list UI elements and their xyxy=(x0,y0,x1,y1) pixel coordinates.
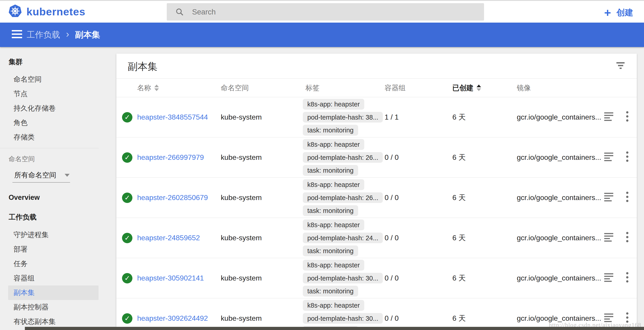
actions-cell xyxy=(618,152,637,164)
replica-set-link[interactable]: heapster-2602850679 xyxy=(137,194,208,202)
sort-icons xyxy=(154,84,159,91)
images-cell: gcr.io/google_containers... xyxy=(514,234,600,242)
name-cell: heapster-2602850679 xyxy=(134,194,218,202)
sidebar-item-jobs[interactable]: 任务 xyxy=(0,256,116,271)
name-cell: heapster-305902141 xyxy=(134,274,218,282)
check-circle-icon: ✓ xyxy=(122,112,132,122)
column-name[interactable]: 名称 xyxy=(134,83,218,93)
name-cell: heapster-24859652 xyxy=(134,234,218,242)
logs-icon[interactable] xyxy=(604,193,613,202)
sidebar-item-namespaces[interactable]: 命名空间 xyxy=(0,72,116,86)
images-cell: gcr.io/google_containers... xyxy=(514,194,600,202)
labels-cell: k8s-app: heapster pod-template-hash: 26.… xyxy=(303,178,382,218)
logs-cell xyxy=(600,152,618,162)
table-row: ✓ heapster-3848557544 kube-system k8s-ap… xyxy=(116,97,637,138)
images-cell: gcr.io/google_containers... xyxy=(514,314,600,322)
label-chip: k8s-app: heapster xyxy=(303,179,364,190)
kebab-menu-icon[interactable] xyxy=(626,111,628,122)
column-labels: 标签 xyxy=(303,83,382,93)
status-cell: ✓ xyxy=(116,233,134,243)
check-circle-icon: ✓ xyxy=(122,152,132,163)
sidebar-item-persistent-volumes[interactable]: 持久化存储卷 xyxy=(0,101,116,116)
created-cell: 6 天 xyxy=(450,112,514,122)
column-created[interactable]: 已创建 xyxy=(450,83,514,93)
logs-icon[interactable] xyxy=(604,273,613,282)
sidebar-item-overview[interactable]: Overview xyxy=(0,191,116,204)
sidebar-section-workloads[interactable]: 工作负载 xyxy=(0,211,116,224)
kubernetes-logo[interactable]: kubernetes xyxy=(8,4,86,19)
check-circle-icon: ✓ xyxy=(122,233,132,243)
sidebar-item-pods[interactable]: 容器组 xyxy=(0,271,116,286)
table-row: ✓ heapster-266997979 kube-system k8s-app… xyxy=(116,138,637,178)
search-input[interactable] xyxy=(192,8,484,16)
logs-icon[interactable] xyxy=(604,233,613,242)
sidebar-item-daemon-sets[interactable]: 守护进程集 xyxy=(0,228,116,242)
sidebar-item-roles[interactable]: 角色 xyxy=(0,116,116,130)
label-chip: pod-template-hash: 24... xyxy=(303,232,383,244)
status-cell: ✓ xyxy=(116,152,134,163)
table-row: ✓ heapster-2602850679 kube-system k8s-ap… xyxy=(116,178,637,218)
namespace-select[interactable]: 所有命名空间 xyxy=(12,168,70,183)
replica-set-link[interactable]: heapster-305902141 xyxy=(137,274,204,282)
name-cell: heapster-3092624492 xyxy=(134,314,218,322)
label-chip: k8s-app: heapster xyxy=(303,220,364,230)
status-cell: ✓ xyxy=(116,273,134,284)
filter-icon[interactable] xyxy=(616,62,625,70)
replica-set-link[interactable]: heapster-3092624492 xyxy=(137,314,208,322)
logs-cell xyxy=(600,193,618,203)
replica-set-link[interactable]: heapster-24859652 xyxy=(137,234,200,242)
actions-cell xyxy=(618,232,637,244)
table-body: ✓ heapster-3848557544 kube-system k8s-ap… xyxy=(116,97,637,330)
kebab-menu-icon[interactable] xyxy=(626,312,628,323)
namespace-cell: kube-system xyxy=(218,314,303,322)
check-circle-icon: ✓ xyxy=(122,273,132,284)
replica-set-link[interactable]: heapster-266997979 xyxy=(137,153,204,162)
pods-cell: 0 / 0 xyxy=(382,274,450,282)
logs-cell xyxy=(600,273,618,283)
logs-icon[interactable] xyxy=(604,112,613,121)
labels-cell: k8s-app: heapster pod-template-hash: 30.… xyxy=(303,258,382,298)
breadcrumb-parent[interactable]: 工作负载 xyxy=(27,29,60,40)
sort-icons-active xyxy=(476,84,481,91)
logo-wordmark: kubernetes xyxy=(26,6,86,18)
breadcrumb-current: 副本集 xyxy=(75,29,100,40)
label-chip: task: monitoring xyxy=(303,205,358,216)
logs-icon[interactable] xyxy=(604,314,613,322)
label-chip: pod-template-hash: 26... xyxy=(303,192,383,203)
label-chip: task: monitoring xyxy=(303,246,358,256)
images-cell: gcr.io/google_containers... xyxy=(514,274,600,282)
labels-cell: k8s-app: heapster pod-template-hash: 26.… xyxy=(303,138,382,178)
logs-icon[interactable] xyxy=(604,152,613,161)
label-chip: pod-template-hash: 30... xyxy=(303,273,383,284)
sidebar: 集群 命名空间 节点 持久化存储卷 角色 存储类 命名空间 所有命名空间 Ove… xyxy=(0,47,116,330)
create-button[interactable]: + 创建 xyxy=(604,2,633,24)
kebab-menu-icon[interactable] xyxy=(626,192,628,202)
label-chip: task: monitoring xyxy=(303,286,358,296)
label-chip: k8s-app: heapster xyxy=(303,260,364,270)
namespace-cell: kube-system xyxy=(218,194,303,202)
kebab-menu-icon[interactable] xyxy=(626,272,628,282)
replica-set-link[interactable]: heapster-3848557544 xyxy=(137,113,208,121)
menu-icon[interactable] xyxy=(12,30,22,40)
created-cell: 6 天 xyxy=(450,273,514,283)
namespace-cell: kube-system xyxy=(218,234,303,242)
sidebar-item-replica-sets[interactable]: 副本集 xyxy=(8,286,98,300)
pods-cell: 0 / 0 xyxy=(382,234,450,242)
name-cell: heapster-3848557544 xyxy=(134,113,218,122)
label-chip: task: monitoring xyxy=(303,125,358,136)
kebab-menu-icon[interactable] xyxy=(626,232,628,242)
sidebar-item-storage-classes[interactable]: 存储类 xyxy=(0,130,116,144)
check-circle-icon: ✓ xyxy=(122,192,132,203)
search-bar[interactable] xyxy=(167,3,484,20)
label-chip: pod-template-hash: 30... xyxy=(303,313,383,324)
sidebar-item-replication-controllers[interactable]: 副本控制器 xyxy=(0,300,116,314)
created-cell: 6 天 xyxy=(450,233,514,243)
status-cell: ✓ xyxy=(116,192,134,203)
sidebar-item-deployments[interactable]: 部署 xyxy=(0,242,116,256)
label-chip: k8s-app: heapster xyxy=(303,300,364,311)
sidebar-item-nodes[interactable]: 节点 xyxy=(0,86,116,101)
top-bar: kubernetes + 创建 xyxy=(0,1,644,22)
kebab-menu-icon[interactable] xyxy=(626,152,628,162)
chevron-right-icon: › xyxy=(66,30,69,40)
actions-cell xyxy=(618,272,637,284)
